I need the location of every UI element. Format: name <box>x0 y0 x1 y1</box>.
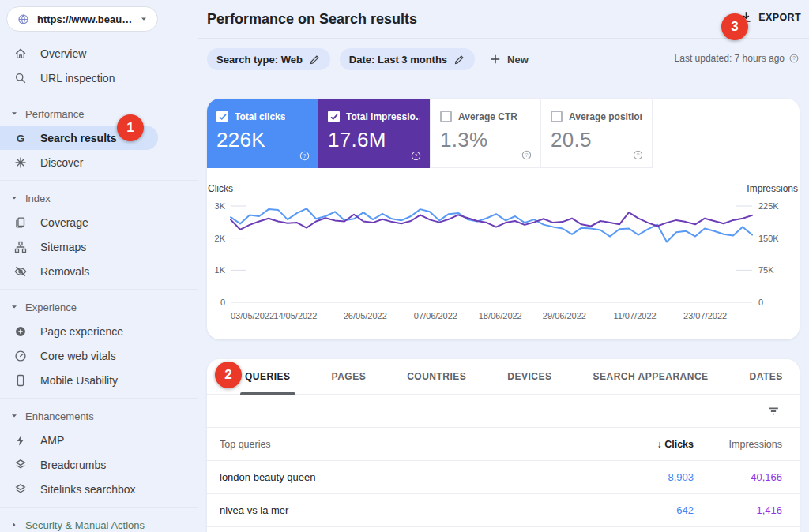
queries-table: Top queries ↓ Clicks Impressions london … <box>207 428 800 527</box>
table-row[interactable]: nivea vs la mer 642 1,416 <box>207 494 800 527</box>
checkbox-checked-icon[interactable] <box>216 111 228 122</box>
sidebar-item-mobile-usability[interactable]: Mobile Usability <box>0 368 198 392</box>
sidebar-item-breadcrumbs[interactable]: Breadcrumbs <box>0 452 198 477</box>
header-divider <box>198 38 809 39</box>
annotation-badge-2: 2 <box>215 362 242 388</box>
sitemaps-icon <box>13 240 28 254</box>
sidebar-section-enhancements[interactable]: Enhancements <box>0 404 198 428</box>
breadcrumbs-icon <box>13 458 28 472</box>
sidebar-item-label: Overview <box>40 47 86 60</box>
svg-text:14/05/2022: 14/05/2022 <box>273 311 317 320</box>
sidebar-item-removals[interactable]: Removals <box>0 259 198 283</box>
performance-summary-card: Total clicks 226K ? Total impressio… 17.… <box>207 99 800 339</box>
performance-chart[interactable]: ClicksImpressions01K2K3K075K150K225K03/0… <box>207 182 800 336</box>
impressions-cell: 40,166 <box>694 471 782 483</box>
chart-line-impressions <box>231 212 752 230</box>
help-icon[interactable]: ? <box>299 150 310 162</box>
sidebar-item-url-inspection[interactable]: URL inspection <box>0 66 198 90</box>
column-top-queries[interactable]: Top queries <box>220 439 575 450</box>
annotation-badge-3: 3 <box>721 13 748 40</box>
filter-chip-date[interactable]: Date: Last 3 months <box>340 48 475 70</box>
export-button[interactable]: EXPORT <box>739 10 801 24</box>
sidebar-section-label: Enhancements <box>25 410 94 422</box>
svg-text:1K: 1K <box>215 265 226 275</box>
filter-icon[interactable] <box>766 404 781 418</box>
pencil-icon <box>309 54 321 66</box>
coverage-icon <box>13 215 28 230</box>
metric-label: Total impressio… <box>346 111 420 122</box>
sidebar-item-page-experience[interactable]: Page experience <box>0 319 198 343</box>
sidebar-section-security-manual-actions[interactable]: Security & Manual Actions <box>0 513 198 532</box>
sidebar-divider <box>0 398 198 399</box>
sidebar-item-label: Sitelinks searchbox <box>40 483 136 496</box>
svg-text:18/06/2022: 18/06/2022 <box>479 311 522 320</box>
sidebar-section-experience[interactable]: Experience <box>0 295 198 319</box>
column-clicks[interactable]: ↓ Clicks <box>575 439 694 450</box>
mobile-usability-icon <box>13 373 28 388</box>
sidebar-section-performance[interactable]: Performance <box>0 102 198 126</box>
property-url: https://www.beau… <box>37 13 132 25</box>
help-icon[interactable]: ? <box>410 150 422 162</box>
svg-text:Clicks: Clicks <box>208 183 233 194</box>
sidebar-item-coverage[interactable]: Coverage <box>0 210 198 234</box>
filter-chip-search-type[interactable]: Search type: Web <box>207 48 330 70</box>
sidebar-divider <box>0 180 198 181</box>
pencil-icon <box>453 54 465 66</box>
checkbox-checked-icon[interactable] <box>328 111 340 122</box>
search-console-screen: https://www.beau… OverviewURL inspection… <box>0 0 809 532</box>
sidebar-item-core-web-vitals[interactable]: Core web vitals <box>0 343 198 368</box>
sidebar-nav: OverviewURL inspectionPerformanceGSearch… <box>0 41 198 532</box>
tab-devices[interactable]: DEVICES <box>507 359 551 395</box>
sidebar-divider <box>0 507 198 508</box>
sort-descending-icon: ↓ <box>657 439 664 450</box>
property-selector[interactable]: https://www.beau… <box>6 6 158 32</box>
chip-label: Date: Last 3 months <box>349 54 447 66</box>
page-title: Performance on Search results <box>207 11 417 28</box>
sidebar-item-discover[interactable]: Discover <box>0 150 198 174</box>
sidebar: https://www.beau… OverviewURL inspection… <box>0 0 198 532</box>
sidebar-section-index[interactable]: Index <box>0 186 198 210</box>
search-icon <box>13 71 28 85</box>
tab-dates[interactable]: DATES <box>750 359 783 395</box>
svg-text:11/07/2022: 11/07/2022 <box>613 311 656 320</box>
plus-icon <box>489 53 502 66</box>
sidebar-item-amp[interactable]: AMP <box>0 428 198 452</box>
globe-icon <box>17 13 30 26</box>
sidebar-item-sitelinks-searchbox[interactable]: Sitelinks searchbox <box>0 477 198 501</box>
help-icon[interactable]: ? <box>521 149 532 161</box>
page-experience-icon <box>13 324 28 339</box>
checkbox-unchecked-icon[interactable] <box>551 111 563 122</box>
new-filter-label: New <box>507 54 529 66</box>
sidebar-divider <box>0 289 198 290</box>
caret-down-icon <box>10 110 18 118</box>
new-filter-button[interactable]: New <box>489 53 529 66</box>
tab-countries[interactable]: COUNTRIES <box>407 359 466 395</box>
sidebar-item-label: Discover <box>40 156 83 169</box>
sidebar-section-label: Experience <box>25 302 77 313</box>
last-updated-text: Last updated: 7 hours ago <box>675 53 785 64</box>
sidebar-item-label: URL inspection <box>40 72 115 84</box>
metric-label: Average position <box>569 111 642 122</box>
metric-card-total-impressio-[interactable]: Total impressio… 17.6M ? <box>318 99 430 168</box>
sidebar-item-sitemaps[interactable]: Sitemaps <box>0 234 198 259</box>
metric-card-average-position[interactable]: Average position 20.5 ? <box>541 99 653 168</box>
svg-text:26/05/2022: 26/05/2022 <box>344 311 387 320</box>
tab-search-appearance[interactable]: SEARCH APPEARANCE <box>593 359 709 395</box>
table-row[interactable]: london beauty queen 8,903 40,166 <box>207 461 800 494</box>
filter-chips-row: Search type: WebDate: Last 3 monthsNew <box>207 48 529 70</box>
help-icon[interactable]: ? <box>632 149 644 161</box>
sidebar-item-label: Sitemaps <box>40 241 86 253</box>
column-impressions[interactable]: Impressions <box>694 439 782 450</box>
line-chart-svg: ClicksImpressions01K2K3K075K150K225K03/0… <box>207 182 800 336</box>
sidebar-item-overview[interactable]: Overview <box>0 41 198 66</box>
svg-text:0: 0 <box>220 298 225 307</box>
query-cell: nivea vs la mer <box>220 504 575 516</box>
checkbox-unchecked-icon[interactable] <box>440 111 452 122</box>
help-icon[interactable]: ? <box>788 53 800 64</box>
tab-pages[interactable]: PAGES <box>332 359 367 395</box>
sidebar-section-label: Performance <box>25 108 84 120</box>
metric-card-average-ctr[interactable]: Average CTR 1.3% ? <box>430 99 541 168</box>
tab-queries[interactable]: QUERIES <box>245 359 291 395</box>
sidebar-divider <box>0 96 198 96</box>
metric-card-total-clicks[interactable]: Total clicks 226K ? <box>207 99 318 168</box>
